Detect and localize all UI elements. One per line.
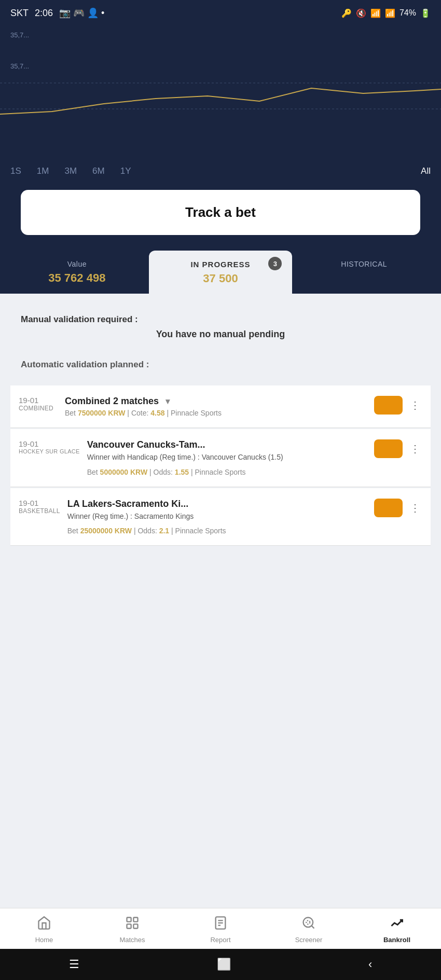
bet-type-2: HOCKEY SUR GLACE: [19, 448, 80, 454]
key-icon: 🔑: [341, 8, 352, 18]
bet-more-btn-2[interactable]: ⋮: [408, 440, 422, 457]
svg-line-11: [311, 926, 314, 928]
time-filters: 1S 1M 3M 6M 1Y All: [0, 161, 441, 185]
bet-amount-1: 7500000 KRW: [78, 409, 126, 417]
bankroll-icon: [390, 916, 404, 934]
nav-report-label: Report: [210, 936, 230, 944]
chart-area: 35,7... 35,7...: [0, 26, 441, 161]
nav-report[interactable]: Report: [176, 908, 265, 949]
nav-bankroll[interactable]: Bankroll: [353, 908, 441, 949]
tab-historical-label: HISTORICAL: [297, 260, 431, 268]
matches-icon: [125, 916, 140, 934]
screener-icon: [301, 916, 316, 934]
chart-label-top: 35,7...: [10, 31, 431, 39]
wifi-icon: 📶: [370, 8, 381, 18]
bet-odds-3: 2.1: [159, 527, 169, 535]
bet-info-3: LA Lakers-Sacramento Ki... Winner (Reg t…: [67, 499, 367, 535]
filter-1m[interactable]: 1M: [37, 166, 49, 176]
android-home-btn[interactable]: ⬜: [217, 958, 231, 971]
filter-6m[interactable]: 6M: [92, 166, 105, 176]
battery: 74%: [399, 8, 416, 18]
status-left: SKT 2:06 📷 🎮 👤 •: [10, 7, 104, 19]
android-nav-bar: ☰ ⬜ ‹: [0, 949, 441, 980]
bet-status-btn-2[interactable]: [374, 439, 403, 458]
filter-all[interactable]: All: [421, 166, 431, 176]
tab-value-amount: 35 762 498: [10, 271, 144, 285]
nav-home-label: Home: [35, 936, 53, 944]
bet-title-1: Combined 2 matches ▾: [65, 396, 367, 407]
manual-validation-title: Manual validation required :: [21, 314, 138, 324]
main-content: Manual validation required : You have no…: [0, 294, 441, 625]
svg-rect-4: [127, 924, 131, 928]
bet-date-1: 19-01: [19, 396, 58, 405]
bet-details-2: Bet 5000000 KRW | Odds: 1.55 | Pinnacle …: [87, 468, 367, 476]
no-manual-pending: You have no manual pending: [21, 329, 420, 340]
tab-in-progress-amount: 37 500: [154, 272, 287, 285]
nav-home[interactable]: Home: [0, 908, 88, 949]
bet-info-1: Combined 2 matches ▾ Bet 7500000 KRW | C…: [65, 396, 367, 417]
nav-matches-label: Matches: [119, 936, 145, 944]
battery-icon: 🔋: [420, 8, 431, 18]
bet-actions-1: ⋮: [374, 396, 422, 415]
mute-icon: 🔇: [356, 8, 366, 18]
bottom-nav: Home Matches Report: [0, 908, 441, 949]
tabs-section: Value 35 762 498 IN PROGRESS 37 500 3 HI…: [0, 251, 441, 294]
signal-icon: 📶: [385, 8, 395, 18]
track-bet-container: Track a bet: [0, 185, 441, 251]
chevron-down-icon[interactable]: ▾: [166, 396, 170, 406]
carrier: SKT: [10, 8, 29, 19]
track-bet-button[interactable]: Track a bet: [21, 190, 420, 235]
nav-screener-label: Screener: [295, 936, 323, 944]
bet-odds-1: 4.58: [150, 409, 164, 417]
bet-card-combined: 19-01 COMBINED Combined 2 matches ▾ Bet …: [10, 385, 431, 428]
tab-historical[interactable]: HISTORICAL: [292, 251, 436, 294]
validation-section: Manual validation required : You have no…: [10, 304, 431, 385]
report-icon: [213, 916, 228, 934]
bet-subtitle-2: Winner with Handicap (Reg time.) : Vanco…: [87, 452, 367, 463]
home-icon: [37, 916, 51, 934]
bet-more-btn-1[interactable]: ⋮: [408, 397, 422, 413]
nav-matches[interactable]: Matches: [88, 908, 176, 949]
android-menu-btn[interactable]: ☰: [69, 958, 79, 971]
bet-title-2: Vancouver Canucks-Tam...: [87, 439, 367, 450]
status-right: 🔑 🔇 📶 📶 74% 🔋: [341, 8, 431, 18]
bet-card-hockey: 19-01 HOCKEY SUR GLACE Vancouver Canucks…: [10, 429, 431, 487]
svg-rect-2: [127, 918, 131, 922]
bet-details-3: Bet 25000000 KRW | Odds: 2.1 | Pinnacle …: [67, 527, 367, 535]
bet-date-3: 19-01: [19, 499, 60, 507]
bet-details-1: Bet 7500000 KRW | Cote: 4.58 | Pinnacle …: [65, 409, 367, 417]
nav-screener[interactable]: Screener: [265, 908, 353, 949]
tab-in-progress-label: IN PROGRESS: [154, 260, 287, 269]
tab-value-label: Value: [10, 260, 144, 268]
bet-amount-3: 25000000 KRW: [80, 527, 132, 535]
status-bar: SKT 2:06 📷 🎮 👤 • 🔑 🔇 📶 📶 74% 🔋: [0, 0, 441, 26]
android-back-btn[interactable]: ‹: [368, 958, 372, 971]
svg-rect-3: [133, 918, 137, 922]
filter-1s[interactable]: 1S: [10, 166, 21, 176]
bet-date-2: 19-01: [19, 439, 80, 448]
bet-date-col-3: 19-01 BASKETBALL: [19, 499, 60, 515]
bet-date-col-1: 19-01 COMBINED: [19, 396, 58, 412]
chart-svg: [0, 67, 441, 130]
svg-point-10: [304, 918, 313, 928]
manual-validation-label: Manual validation required :: [21, 314, 420, 325]
bet-more-btn-3[interactable]: ⋮: [408, 500, 422, 516]
tab-value[interactable]: Value 35 762 498: [5, 251, 149, 294]
svg-rect-5: [133, 924, 137, 928]
bet-status-btn-1[interactable]: [374, 396, 403, 415]
bet-amount-2: 5000000 KRW: [100, 468, 148, 476]
bet-actions-3: ⋮: [374, 499, 422, 517]
bet-status-btn-3[interactable]: [374, 499, 403, 517]
filter-3m[interactable]: 3M: [64, 166, 77, 176]
bet-odds-2: 1.55: [175, 468, 189, 476]
bet-subtitle-3: Winner (Reg time.) : Sacramento Kings: [67, 512, 367, 522]
auto-validation-label: Automatic validation planned :: [21, 360, 420, 370]
svg-point-12: [306, 920, 310, 924]
bet-card-basketball: 19-01 BASKETBALL LA Lakers-Sacramento Ki…: [10, 488, 431, 546]
bet-type-1: COMBINED: [19, 405, 58, 412]
icons: 📷 🎮 👤 •: [59, 7, 104, 19]
tab-in-progress[interactable]: IN PROGRESS 37 500 3: [149, 251, 293, 294]
bet-date-col-2: 19-01 HOCKEY SUR GLACE: [19, 439, 80, 454]
nav-bankroll-label: Bankroll: [383, 936, 410, 944]
filter-1y[interactable]: 1Y: [120, 166, 131, 176]
